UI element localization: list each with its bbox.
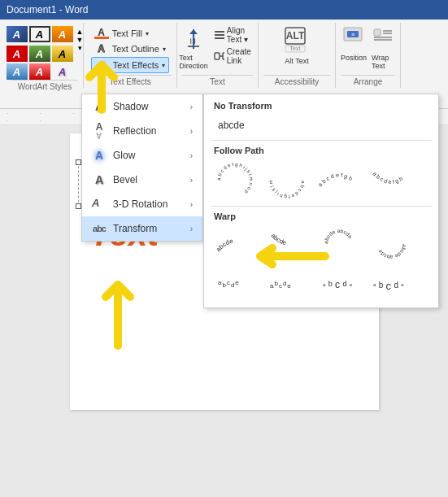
warp-grid: abcde abcde abcde abcde abcde abcde xyxy=(211,226,432,301)
glow-icon: A xyxy=(92,148,107,163)
warp-inflate[interactable]: a b c d e xyxy=(367,265,415,301)
alt-text-label: Alt Text xyxy=(285,57,308,65)
follow-path-1[interactable]: a b c d e f g h i j k l m n o p xyxy=(211,160,259,201)
svg-text:a b c d e f g h i j k l m n o : a b c d e f g h i j k l m n o p xyxy=(216,163,254,195)
bevel-label: Bevel xyxy=(113,174,137,185)
text-effects-section-label: Text Effects xyxy=(89,75,172,86)
reflection-chevron: › xyxy=(190,127,193,136)
shadow-icon: A xyxy=(92,99,107,114)
text-fill-chevron: ▾ xyxy=(146,30,149,37)
transform-icon: abc xyxy=(92,221,107,236)
text-effects-dropdown: A Shadow › A A Reflection › A Glow › A B… xyxy=(81,94,203,242)
text-effects-button[interactable]: A Text Effects ▾ xyxy=(91,57,170,73)
svg-rect-7 xyxy=(223,53,224,59)
bevel-chevron: › xyxy=(190,176,193,185)
svg-text:abcde: abcde xyxy=(270,232,288,246)
text-effects-section: A Text Fill ▾ A Text Outline ▾ A Text Ef… xyxy=(84,23,177,88)
warp-wave1[interactable]: abcde xyxy=(211,265,259,301)
arrange-label: Arrange xyxy=(341,75,395,86)
glow-menu-item[interactable]: A Glow › xyxy=(82,143,202,168)
warp-arc-down-svg: abcde xyxy=(267,229,307,259)
text-effects-content: A Text Fill ▾ A Text Outline ▾ A Text Ef… xyxy=(91,26,170,75)
alt-text-button[interactable]: ALT Text Alt Text xyxy=(284,26,310,65)
svg-rect-4 xyxy=(215,34,224,36)
wordart-style-4[interactable]: A xyxy=(7,46,28,62)
position-icon: ≡ xyxy=(342,26,365,52)
create-link-icon xyxy=(213,50,224,63)
svg-rect-5 xyxy=(215,37,224,39)
accessibility-section: ALT Text Alt Text Accessibility xyxy=(259,23,336,88)
text-fill-icon: A xyxy=(94,28,109,39)
warp-wave2[interactable]: abcde xyxy=(263,265,311,301)
handle-tl[interactable] xyxy=(76,159,81,165)
follow-path-4[interactable]: a b c d e f g h xyxy=(367,160,415,201)
wrap-text-button[interactable]: Wrap Text xyxy=(372,26,395,70)
wordart-style-5[interactable]: A xyxy=(29,46,50,62)
follow-path-1-svg: a b c d e f g h i j k l m n o p xyxy=(212,163,258,198)
svg-text:a
          b
          c
    : a b c d e xyxy=(323,277,353,290)
position-button[interactable]: ≡ Position xyxy=(341,26,367,62)
shadow-menu-item[interactable]: A Shadow › xyxy=(82,94,202,119)
wordart-styles-section: A A A A A A A A A ▲ xyxy=(7,23,84,88)
wordart-style-3[interactable]: A xyxy=(52,26,73,42)
warp-arc-up[interactable]: abcde xyxy=(211,226,259,262)
svg-text:Text: Text xyxy=(290,46,301,51)
3d-rotation-chevron: › xyxy=(190,200,193,209)
follow-path-2-svg: a b c d e f g h i j k l m n xyxy=(264,163,310,198)
svg-text:abcde: abcde xyxy=(270,280,292,290)
wordart-style-8[interactable]: A xyxy=(29,63,50,80)
reflection-menu-item[interactable]: A A Reflection › xyxy=(82,119,202,143)
svg-text:a b c d e f g h: a b c d e f g h xyxy=(372,171,403,185)
follow-path-3[interactable]: a b c d e f g h xyxy=(315,160,363,201)
create-link-label: Create Link xyxy=(227,47,256,65)
wordart-scroll-up[interactable]: ▲ xyxy=(76,28,84,36)
warp-arc-down[interactable]: abcde xyxy=(263,226,311,262)
warp-wave1-svg: abcde xyxy=(215,268,255,298)
wordart-scroll-down[interactable]: ▼ xyxy=(76,36,84,44)
create-link-button[interactable]: Create Link xyxy=(213,47,256,65)
follow-path-4-svg: a b c d e f g h xyxy=(368,163,414,198)
svg-text:abcde: abcde xyxy=(218,279,240,289)
reflection-label: Reflection xyxy=(113,125,156,137)
text-outline-button[interactable]: A Text Outline ▾ xyxy=(91,41,169,56)
divider-1 xyxy=(211,140,432,141)
warp-inflate-svg: a b c d e xyxy=(371,268,411,298)
svg-text:abcde abcde: abcde abcde xyxy=(376,244,407,259)
warp-button[interactable]: abcde abcde xyxy=(367,226,415,262)
text-fill-button[interactable]: A Text Fill ▾ xyxy=(91,26,152,41)
transform-label: Transform xyxy=(113,223,157,234)
glow-chevron: › xyxy=(190,151,193,160)
transform-sub-panel: No Transform abcde Follow Path a b c d e… xyxy=(203,94,439,308)
wordart-style-9[interactable]: A xyxy=(52,63,73,80)
svg-text:a b c d e f g h: a b c d e f g h xyxy=(317,172,354,187)
wordart-style-1[interactable]: A xyxy=(7,26,28,42)
align-text-button[interactable]: Align Text ▾ xyxy=(213,26,256,44)
no-transform-preview: abcde xyxy=(218,120,245,131)
wordart-style-2[interactable]: A xyxy=(29,26,50,42)
transform-menu-item[interactable]: abc Transform › xyxy=(82,216,202,241)
wordart-style-6[interactable]: A xyxy=(52,46,73,62)
follow-path-3-svg: a b c d e f g h xyxy=(316,163,362,198)
text-direction-button[interactable]: |≡ TextDirection xyxy=(179,26,208,70)
wrap-text-icon xyxy=(372,26,395,52)
warp-fisheye[interactable]: a b c d e xyxy=(315,265,363,301)
wordart-style-7[interactable]: A xyxy=(7,63,28,80)
3d-rotation-menu-item[interactable]: A 3-D Rotation › xyxy=(82,192,202,216)
follow-path-2[interactable]: a b c d e f g h i j k l m n xyxy=(263,160,311,201)
warp-title: Warp xyxy=(211,211,432,221)
3d-rotation-icon: A xyxy=(92,196,106,211)
wordart-expand[interactable]: ▾ xyxy=(78,44,82,52)
text-direction-icon: |≡ xyxy=(183,26,204,52)
text-outline-chevron: ▾ xyxy=(163,46,166,53)
title-bar: Document1 - Word xyxy=(0,0,448,20)
handle-bl[interactable] xyxy=(76,203,81,209)
no-transform-item[interactable]: abcde xyxy=(211,116,432,135)
warp-arc-up-svg: abcde xyxy=(215,229,255,259)
shadow-chevron: › xyxy=(190,102,193,111)
transform-chevron: › xyxy=(190,225,193,233)
warp-fisheye-svg: a b c d e xyxy=(319,268,359,298)
warp-circle[interactable]: abcde abcde xyxy=(315,226,363,262)
svg-text:a
          b
          c
    : a b c d e xyxy=(373,277,404,292)
bevel-menu-item[interactable]: A Bevel › xyxy=(82,168,202,192)
text-effects-chevron: ▾ xyxy=(162,62,165,69)
